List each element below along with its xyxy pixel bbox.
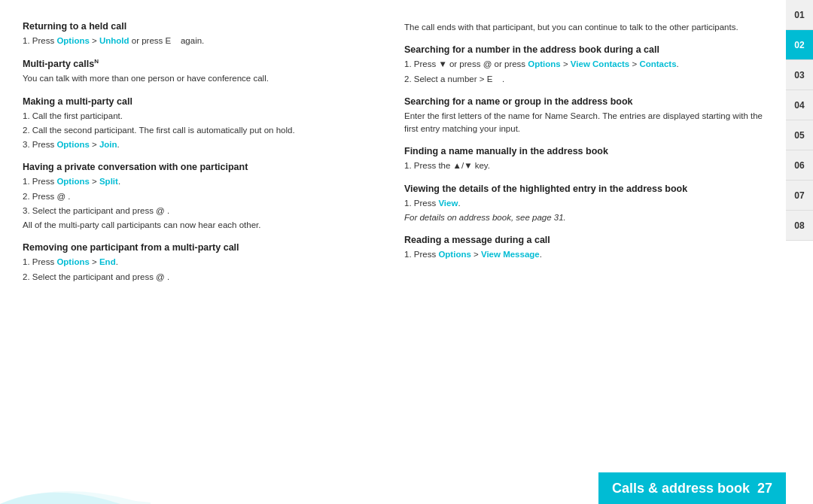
heading-making: Making a multi-party call [23,96,382,107]
heading-search-number: Searching for a number in the address bo… [404,44,763,55]
heading-multiparty: Multi-party callsN [23,58,382,69]
text-private-step2: 2. Press @ . [23,190,382,203]
section-multiparty: Multi-party callsN You can talk with mor… [23,58,382,85]
sidebar-item-07[interactable]: 07 [786,181,813,211]
heading-search-name: Searching for a name or group in the add… [404,96,763,107]
text-multiparty-body: You can talk with more than one person o… [23,72,382,85]
sidebar-item-06[interactable]: 06 [786,150,813,181]
right-column: The call ends with that participant, but… [404,21,763,459]
text-search-number-step1: 1. Press ▼ or press @ or press Options >… [404,58,763,71]
section-private: Having a private conversation with one p… [23,162,382,232]
text-making-step3: 3. Press Options > Join. [23,138,382,151]
sidebar-item-03[interactable]: 03 [786,60,813,90]
heading-returning: Returning to a held call [23,21,382,32]
footer-title: Calls & address book 27 [598,472,786,504]
text-making-step2: 2. Call the second participant. The firs… [23,124,382,137]
section-search-name: Searching for a name or group in the add… [404,96,763,136]
text-removing-step1: 1. Press Options > End. [23,256,382,269]
heading-find-name: Finding a name manually in the address b… [404,146,763,156]
sidebar-item-01[interactable]: 01 [786,0,813,30]
text-removing-step2: 2. Select the participant and press @ . [23,271,382,284]
heading-private: Having a private conversation with one p… [23,162,382,172]
sidebar-item-08[interactable]: 08 [786,211,813,241]
text-making-step1: 1. Call the first participant. [23,110,382,123]
text-intro: The call ends with that participant, but… [404,21,763,34]
text-find-name-step1: 1. Press the ▲/▼ key. [404,159,763,172]
text-read-message-step1: 1. Press Options > View Message. [404,248,763,261]
text-private-note: All of the multi-party call participants… [23,219,382,232]
section-find-name: Finding a name manually in the address b… [404,146,763,172]
text-search-name-body: Enter the first letters of the name for … [404,110,763,136]
superscript-n: N [94,58,99,65]
text-view-details-step1: 1. Press View. [404,197,763,210]
text-search-number-step2: 2. Select a number > E . [404,73,763,86]
text-returning-step1: 1. Press Options > Unhold or press E aga… [23,35,382,47]
footer-page-number: 27 [757,481,772,496]
footer-title-text: Calls & address book [612,481,750,496]
text-view-details-note: For details on address book, see page 31… [404,211,763,224]
section-making: Making a multi-party call 1. Call the fi… [23,96,382,152]
page-container: Returning to a held call 1. Press Option… [0,0,813,504]
sidebar-item-04[interactable]: 04 [786,90,813,120]
heading-view-details: Viewing the details of the highlighted e… [404,184,763,194]
section-search-number: Searching for a number in the address bo… [404,44,763,86]
section-returning: Returning to a held call 1. Press Option… [23,21,382,47]
sidebar-item-05[interactable]: 05 [786,120,813,150]
text-private-step1: 1. Press Options > Split. [23,175,382,188]
section-removing: Removing one participant from a multi-pa… [23,242,382,284]
sidebar-item-02[interactable]: 02 [786,30,813,60]
heading-removing: Removing one participant from a multi-pa… [23,242,382,253]
section-view-details: Viewing the details of the highlighted e… [404,184,763,225]
heading-read-message: Reading a message during a call [404,235,763,245]
section-read-message: Reading a message during a call 1. Press… [404,235,763,261]
footer-bar: Calls & address book 27 [0,472,786,504]
text-private-step3: 3. Select the participant and press @ . [23,205,382,217]
main-content: Returning to a held call 1. Press Option… [0,0,786,504]
left-column: Returning to a held call 1. Press Option… [23,21,382,459]
sidebar: 01 02 03 04 05 06 07 08 [786,0,813,504]
